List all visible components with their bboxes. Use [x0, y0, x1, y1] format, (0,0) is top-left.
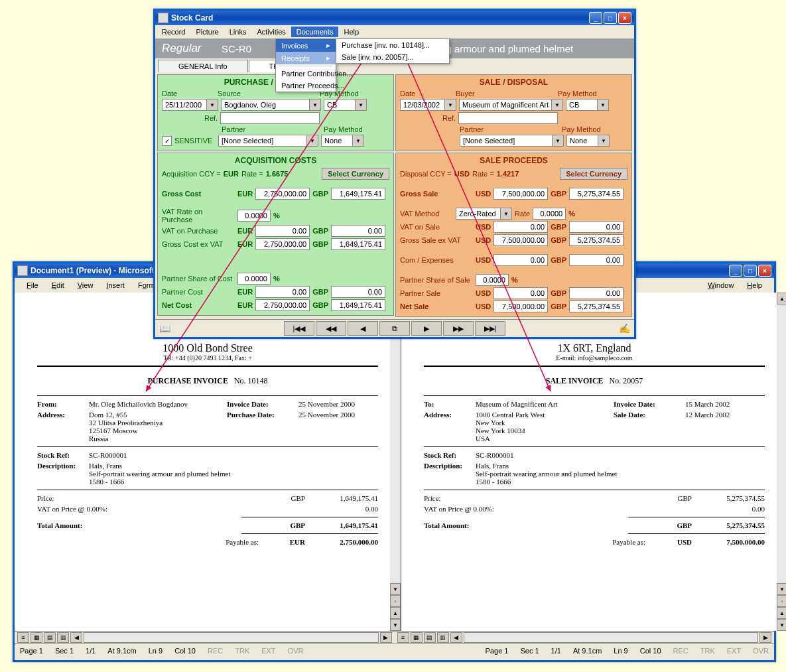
purchase-ref-field[interactable] — [220, 112, 320, 124]
vatrate-v[interactable] — [237, 210, 271, 222]
menu-purchase-invoice[interactable]: Purchase [inv. no. 10148]... — [336, 39, 449, 51]
grossex-v2[interactable] — [331, 238, 385, 250]
maximize-button[interactable]: □ — [604, 12, 617, 24]
signature-icon[interactable]: ✍ — [619, 323, 630, 334]
s-net-v1[interactable] — [493, 301, 548, 312]
menu-record[interactable]: Record — [157, 27, 190, 37]
hscroll-track-b[interactable] — [464, 632, 759, 643]
menu-help[interactable]: Help — [338, 27, 364, 37]
grossex-v1[interactable] — [255, 238, 310, 250]
net-v2[interactable] — [331, 299, 385, 311]
sale-ref-field[interactable] — [458, 112, 558, 124]
minimize-button[interactable]: _ — [729, 265, 742, 277]
sensitive-checkbox[interactable]: ✓ — [162, 136, 172, 146]
s-gross-v1[interactable] — [493, 188, 548, 200]
s-comexp-ccy2: GBP — [551, 256, 566, 264]
status-sec: Sec 1 — [55, 647, 74, 655]
sale-buyer-field[interactable]: ▼ — [459, 99, 563, 111]
lbl-srate: Rate = — [472, 170, 494, 178]
scroll-right[interactable]: ▶ — [380, 632, 392, 643]
view-btn-4[interactable]: ▥ — [57, 632, 69, 643]
sale-pay1-field[interactable]: ▼ — [566, 99, 609, 111]
nav-first[interactable]: |◀◀ — [284, 321, 314, 336]
s-comexp-v1[interactable] — [493, 254, 548, 266]
close-button[interactable]: × — [758, 265, 771, 277]
s-grossex-v2[interactable] — [569, 234, 623, 246]
s-grossex-ccy1: USD — [476, 236, 491, 244]
s-grossex-ccy2: GBP — [551, 236, 566, 244]
net-v1[interactable] — [255, 299, 310, 311]
menu-receipts[interactable]: Receipts▸ — [276, 52, 336, 64]
purchase-partner-field[interactable]: ▼ — [218, 135, 318, 147]
status-col: Col 10 — [174, 647, 196, 655]
menu-window[interactable]: Window — [701, 281, 740, 289]
hscroll-track[interactable] — [84, 632, 379, 643]
sale-date-field[interactable]: ▼ — [400, 99, 456, 111]
2view-btn-2b[interactable]: ▦ — [411, 632, 423, 643]
pcost-v1[interactable] — [255, 286, 310, 298]
s-psale-v1[interactable] — [493, 287, 548, 299]
view-btn-3b[interactable]: ▤ — [424, 632, 436, 643]
menu-picture[interactable]: Picture — [190, 27, 224, 37]
sale-pay2-field[interactable]: ▼ — [566, 135, 610, 147]
s-grossex-v1[interactable] — [493, 234, 548, 246]
nav-last[interactable]: ▶▶| — [475, 321, 505, 336]
menu-activities[interactable]: Activities — [251, 27, 291, 37]
nav-next[interactable]: ▶ — [411, 321, 442, 336]
sale-partner-field[interactable]: ▼ — [460, 135, 564, 147]
select-currency-sale[interactable]: Select Currency — [560, 168, 627, 180]
s-gross-v2[interactable] — [569, 188, 623, 200]
view-btn-3[interactable]: ▤ — [44, 632, 56, 643]
s-net-v2[interactable] — [569, 301, 623, 312]
menu-partner-contribution[interactable]: Partner Contribution... — [276, 68, 336, 80]
purchase-source-field[interactable]: ▼ — [221, 99, 321, 111]
purchase-pay1-field[interactable]: ▼ — [324, 99, 367, 111]
menu-links[interactable]: Links — [224, 27, 252, 37]
scroll-left-b[interactable]: ◀ — [450, 632, 462, 643]
s-vat-v1[interactable] — [493, 221, 548, 233]
close-button[interactable]: × — [618, 12, 631, 24]
menu-sale-invoice[interactable]: Sale [inv. no. 20057]... — [336, 51, 449, 63]
gross-v2[interactable] — [331, 188, 385, 200]
pcost-v2[interactable] — [331, 286, 385, 298]
menu-edit[interactable]: Edit — [45, 281, 71, 289]
menu-insert[interactable]: Insert — [99, 281, 131, 289]
menu-invoices[interactable]: Invoices▸ — [276, 39, 336, 52]
gross-v1[interactable] — [255, 188, 310, 200]
menu-partner-proceeds[interactable]: Partner Proceeds... — [276, 80, 336, 92]
purchase-date-field[interactable]: ▼ — [162, 99, 218, 111]
vat-v1[interactable] — [255, 225, 310, 237]
nav-prev[interactable]: ◀ — [348, 321, 378, 336]
s-vatmethod-rate[interactable] — [533, 208, 566, 220]
nav-prev-page[interactable]: ◀◀ — [316, 321, 346, 336]
menu-view[interactable]: View — [71, 281, 100, 289]
status-trk: TRK — [235, 647, 249, 655]
nav-next-page[interactable]: ▶▶ — [443, 321, 474, 336]
book-icon[interactable]: 📖 — [159, 323, 170, 334]
minimize-button[interactable]: _ — [589, 12, 602, 24]
view-btn-1b[interactable]: ≡ — [397, 632, 409, 643]
select-currency-acq[interactable]: Select Currency — [322, 168, 389, 180]
purchase-pay2-field[interactable]: ▼ — [321, 135, 364, 147]
scroll-left[interactable]: ◀ — [70, 632, 82, 643]
scrollbar-doc1[interactable]: ▲▼◦▲▼ — [390, 293, 401, 631]
s-psale-v2[interactable] — [569, 287, 623, 299]
menu-documents[interactable]: Documents — [291, 27, 339, 37]
maximize-button[interactable]: □ — [744, 265, 757, 277]
s-lbl-net: Net Sale — [400, 302, 473, 310]
view-btn-2[interactable]: ▦ — [31, 632, 42, 643]
menu-help[interactable]: Help — [740, 281, 769, 289]
view-btn-4b[interactable]: ▥ — [437, 632, 449, 643]
nav-copy[interactable]: ⧉ — [379, 321, 410, 336]
scroll-right-b[interactable]: ▶ — [759, 632, 771, 643]
scrollbar-doc2[interactable]: ▲▼◦▲▼ — [777, 293, 786, 631]
s-vat-v2[interactable] — [569, 221, 623, 233]
pshare-v[interactable] — [237, 273, 271, 285]
s-comexp-v2[interactable] — [569, 254, 623, 266]
menu-file[interactable]: File — [20, 281, 45, 289]
vat-v2[interactable] — [331, 225, 385, 237]
vatmethod-field[interactable]: ▼ — [456, 208, 512, 220]
tab-general[interactable]: GENERAL Info — [158, 60, 248, 72]
view-btn-1[interactable]: ≡ — [17, 632, 29, 643]
s-pshare-v[interactable] — [476, 274, 509, 286]
